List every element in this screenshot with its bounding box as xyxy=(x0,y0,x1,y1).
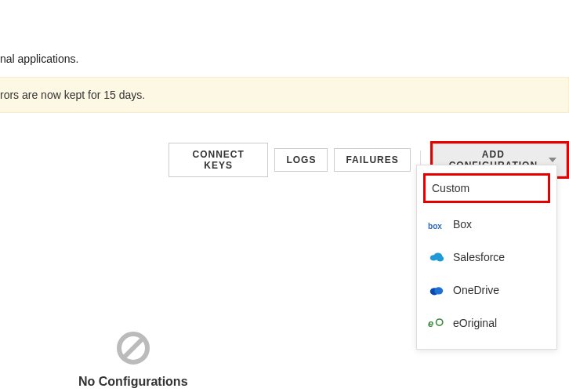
svg-text:e: e xyxy=(428,318,433,329)
empty-state: No Configurations xyxy=(78,329,188,389)
svg-point-5 xyxy=(434,287,443,294)
empty-state-title: No Configurations xyxy=(78,375,188,389)
add-configuration-dropdown: Custom box Box Salesforce xyxy=(416,165,557,350)
svg-point-7 xyxy=(437,319,443,325)
onedrive-icon xyxy=(428,281,445,299)
salesforce-icon xyxy=(428,249,445,266)
dropdown-item-label: Salesforce xyxy=(453,251,505,263)
logs-button[interactable]: LOGS xyxy=(274,148,328,172)
alert-text: rors are now kept for 15 days. xyxy=(0,89,145,101)
box-icon: box xyxy=(428,216,445,233)
intro-text: nal applications. xyxy=(0,53,78,65)
dropdown-item-box[interactable]: box Box xyxy=(417,208,556,241)
dropdown-item-label: OneDrive xyxy=(453,284,499,296)
eoriginal-icon: e xyxy=(428,314,445,332)
dropdown-item-label: Custom xyxy=(432,182,469,194)
connect-keys-button[interactable]: CONNECT KEYS xyxy=(169,143,268,177)
failures-button[interactable]: FAILURES xyxy=(334,148,410,172)
svg-text:box: box xyxy=(428,222,442,230)
dropdown-item-eoriginal[interactable]: e eOriginal xyxy=(417,307,556,339)
dropdown-item-salesforce[interactable]: Salesforce xyxy=(417,241,556,274)
dropdown-item-label: eOriginal xyxy=(453,317,497,329)
svg-line-9 xyxy=(124,339,143,358)
dropdown-item-onedrive[interactable]: OneDrive xyxy=(417,274,556,307)
svg-point-3 xyxy=(437,256,444,261)
caret-down-icon xyxy=(549,158,556,162)
dropdown-item-custom[interactable]: Custom xyxy=(423,173,550,203)
dropdown-item-label: Box xyxy=(453,218,472,230)
no-entry-icon xyxy=(114,329,152,367)
alert-banner: rors are now kept for 15 days. xyxy=(0,77,569,113)
